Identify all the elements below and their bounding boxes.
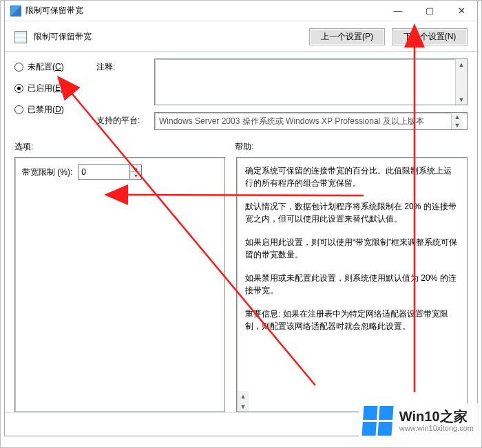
dialog-body: 未配置(C) 已启用(E) 已禁用(D) 注释: ▲ <box>5 58 477 412</box>
scroll-up-icon[interactable]: ▲ <box>452 113 463 121</box>
bandwidth-limit-input[interactable] <box>78 165 129 179</box>
radio-label: 已启用(E) <box>28 83 63 94</box>
maximize-button[interactable]: ▢ <box>414 1 446 21</box>
options-panel: 带宽限制 (%): ▲ ▼ <box>14 157 225 412</box>
window-title: 限制可保留带宽 <box>25 5 382 17</box>
panels: 带宽限制 (%): ▲ ▼ 确定系统可保留的连接带宽的百分比。此值限制系统上运行… <box>14 157 468 412</box>
window-buttons: — ▢ ✕ <box>382 1 477 21</box>
scroll-down-icon[interactable]: ▼ <box>457 94 467 105</box>
next-setting-label: 下一个设置(N) <box>404 32 457 41</box>
scroll-down-icon[interactable]: ▼ <box>452 121 463 129</box>
windows-logo-icon <box>362 406 393 436</box>
toolbar-title: 限制可保留带宽 <box>34 31 302 43</box>
help-paragraph: 确定系统可保留的连接带宽的百分比。此值限制系统上运行的所有程序的组合带宽保留。 <box>245 164 459 189</box>
radio-not-configured[interactable]: 未配置(C) <box>14 61 87 73</box>
radio-icon <box>14 105 23 114</box>
minimize-button[interactable]: — <box>382 1 414 21</box>
help-heading: 帮助: <box>235 141 468 153</box>
help-paragraph: 如果启用此设置，则可以使用“带宽限制”框来调整系统可保留的带宽数量。 <box>245 236 459 261</box>
next-setting-button[interactable]: 下一个设置(N) <box>392 28 468 45</box>
options-heading: 选项: <box>14 141 235 153</box>
policy-icon <box>14 31 27 43</box>
platform-row: 支持的平台: Windows Server 2003 操作系统或 Windows… <box>96 112 468 130</box>
close-button[interactable]: ✕ <box>446 1 477 21</box>
radio-icon <box>14 63 23 72</box>
scroll-up-icon[interactable]: ▲ <box>457 59 467 70</box>
radio-icon <box>14 84 23 93</box>
spin-up-icon[interactable]: ▲ <box>130 165 141 172</box>
prev-setting-button[interactable]: 上一个设置(P) <box>309 28 385 45</box>
radio-enabled[interactable]: 已启用(E) <box>14 83 87 94</box>
bandwidth-limit-spinner[interactable]: ▲ ▼ <box>78 164 142 180</box>
help-panel: 确定系统可保留的连接带宽的百分比。此值限制系统上运行的所有程序的组合带宽保留。 … <box>236 157 468 412</box>
app-icon <box>10 6 21 17</box>
help-paragraph: 默认情况下，数据包计划程序将系统限制在 20% 的连接带宽之内，但可以使用此设置… <box>245 200 459 225</box>
radio-column: 未配置(C) 已启用(E) 已禁用(D) <box>14 58 87 130</box>
radio-label: 已禁用(D) <box>28 104 64 116</box>
bandwidth-limit-row: 带宽限制 (%): ▲ ▼ <box>22 164 218 180</box>
platform-text: Windows Server 2003 操作系统或 Windows XP Pro… <box>159 116 451 127</box>
scroll-up-icon[interactable]: ▲ <box>238 391 249 401</box>
right-column: 注释: ▲ ▼ 支持的平台: Windows Server 2003 操作系统或… <box>96 58 468 130</box>
watermark-text: Win10之家 www.win10xitong.com <box>399 409 474 432</box>
watermark-brand: Win10之家 <box>399 409 474 424</box>
dialog-window: 限制可保留带宽 — ▢ ✕ 限制可保留带宽 上一个设置(P) 下一个设置(N) … <box>4 0 478 436</box>
scrollbar[interactable]: ▲ ▼ <box>455 59 467 105</box>
watermark-url: www.win10xitong.com <box>399 424 474 432</box>
help-paragraph: 如果禁用或未配置此设置，则系统使用默认值为 20% 的连接带宽。 <box>245 272 459 297</box>
prev-setting-label: 上一个设置(P) <box>321 32 373 41</box>
scrollbar[interactable]: ▲ ▼ <box>451 113 463 129</box>
toolbar: 限制可保留带宽 上一个设置(P) 下一个设置(N) <box>5 21 477 50</box>
platform-label: 支持的平台: <box>96 112 147 127</box>
titlebar: 限制可保留带宽 — ▢ ✕ <box>5 1 477 21</box>
comment-textarea[interactable]: ▲ ▼ <box>154 58 468 105</box>
bandwidth-limit-label: 带宽限制 (%): <box>22 167 72 178</box>
platform-box: Windows Server 2003 操作系统或 Windows XP Pro… <box>154 112 468 130</box>
section-labels: 选项: 帮助: <box>14 141 468 153</box>
comment-row: 注释: ▲ ▼ <box>96 58 468 105</box>
help-paragraph: 重要信息: 如果在注册表中为特定网络适配器设置带宽限制，则配置该网络适配器时就会… <box>245 308 459 332</box>
spin-down-icon[interactable]: ▼ <box>130 172 141 179</box>
divider <box>5 51 477 52</box>
watermark: Win10之家 www.win10xitong.com <box>359 403 478 438</box>
scrollbar[interactable]: ▲ ▼ <box>237 391 249 412</box>
scroll-down-icon[interactable]: ▼ <box>238 401 249 412</box>
comment-label: 注释: <box>96 58 147 73</box>
top-row: 未配置(C) 已启用(E) 已禁用(D) 注释: ▲ <box>14 58 468 130</box>
help-content: 确定系统可保留的连接带宽的百分比。此值限制系统上运行的所有程序的组合带宽保留。 … <box>237 158 467 391</box>
spinner-buttons: ▲ ▼ <box>129 165 141 179</box>
radio-disabled[interactable]: 已禁用(D) <box>14 104 87 116</box>
radio-label: 未配置(C) <box>28 61 64 73</box>
